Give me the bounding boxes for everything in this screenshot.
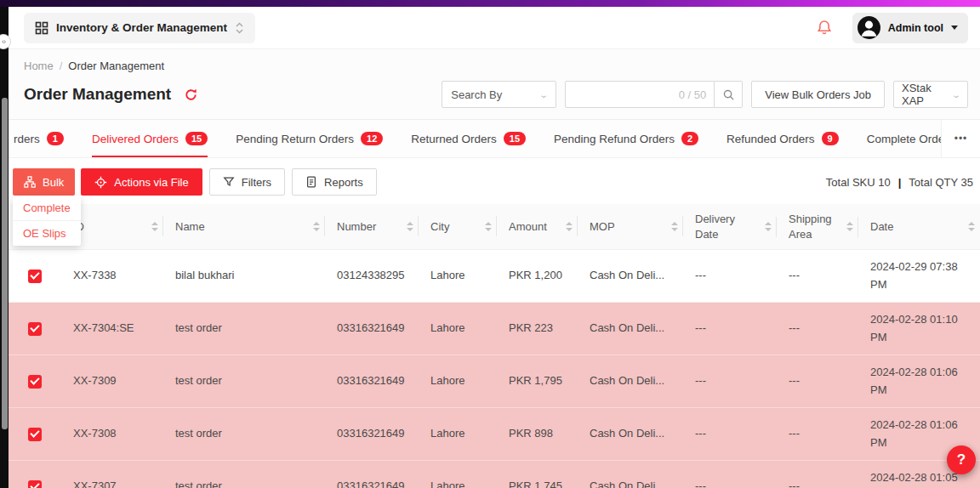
row-checkbox[interactable]	[28, 480, 42, 488]
cell-id: XX-7307	[61, 470, 163, 488]
app-header: Inventory & Order Management	[9, 7, 980, 49]
sort-icon[interactable]	[407, 222, 413, 231]
sort-icon[interactable]	[313, 222, 320, 231]
tab-pending-refund-orders[interactable]: Pending Refund Orders2	[554, 120, 698, 157]
table-row: XX-7338bilal bukhari03124338295LahorePKR…	[9, 250, 980, 303]
sort-icon[interactable]	[485, 222, 492, 231]
sort-icon[interactable]	[846, 222, 853, 231]
collapsed-sidebar-rail[interactable]	[0, 7, 9, 488]
tab-complete-orders[interactable]: Complete Orders31	[867, 120, 941, 157]
app-switcher-button[interactable]: Inventory & Order Management	[24, 13, 255, 43]
column-header-shipping-area[interactable]: Shipping Area	[777, 205, 858, 248]
sort-icon[interactable]	[566, 222, 573, 231]
sort-icon[interactable]	[671, 222, 678, 231]
breadcrumb-current: Order Management	[68, 60, 164, 72]
user-menu-button[interactable]: Admin tool	[852, 13, 968, 43]
user-label: Admin tool	[888, 22, 943, 34]
column-header-delivery-date[interactable]: Delivery Date	[683, 205, 777, 248]
row-checkbox[interactable]	[28, 375, 42, 389]
column-label: City	[430, 219, 481, 235]
tab-refunded-orders[interactable]: Refunded Orders9	[726, 120, 839, 157]
column-label: Delivery Date	[695, 212, 761, 241]
cell-name: test order	[163, 470, 325, 488]
bulk-button[interactable]: Bulk	[13, 168, 75, 196]
search-input[interactable]	[573, 88, 678, 101]
search-icon	[722, 88, 735, 101]
column-label: Amount	[509, 219, 561, 235]
tab-returned-orders[interactable]: Returned Orders15	[411, 120, 526, 157]
cell-mop: Cash On Deli...	[578, 365, 683, 397]
chevron-down-icon: ⌄	[951, 90, 961, 99]
totals: Total SKU 10 | Total QTY 35	[826, 176, 973, 189]
tab-label: rders	[14, 133, 40, 145]
table-row: XX-7307test order03316321649LahorePKR 1,…	[9, 461, 980, 488]
topbar-gradient	[0, 0, 980, 7]
tab-rders[interactable]: rders1	[14, 120, 64, 157]
reports-button[interactable]: Reports	[292, 168, 377, 196]
row-checkbox[interactable]	[28, 322, 42, 336]
notifications-button[interactable]	[817, 20, 832, 36]
search-by-select[interactable]: Search By ⌄	[442, 81, 556, 108]
breadcrumb-home-link[interactable]: Home	[24, 60, 54, 72]
ellipsis-icon: •••	[954, 133, 968, 145]
sort-icon[interactable]	[151, 222, 158, 231]
search-controls: Search By ⌄ 0 / 50	[442, 81, 968, 108]
cell-id: XX-7308	[61, 417, 163, 450]
cell-number: 03124338295	[325, 259, 419, 292]
refresh-icon	[184, 88, 198, 102]
column-label: MOP	[590, 219, 667, 235]
sort-icon[interactable]	[765, 222, 772, 231]
cell-mop: Cash On Deli...	[578, 470, 683, 488]
column-header-amount[interactable]: Amount	[497, 213, 578, 241]
cell-amount: PKR 1,745	[497, 470, 578, 488]
cell-number: 03316321649	[325, 312, 419, 344]
tab-delivered-orders[interactable]: Delivered Orders15	[92, 120, 208, 157]
filters-button[interactable]: Filters	[209, 168, 285, 196]
cell-delivery-date: ---	[683, 259, 777, 292]
column-header-name[interactable]: Name	[163, 213, 325, 241]
cell-id: XX-7309	[61, 365, 163, 397]
tab-label: Refunded Orders	[726, 133, 815, 145]
more-tabs-button[interactable]: •••	[941, 120, 980, 157]
sitemap-icon	[24, 176, 36, 188]
table-body: XX-7338bilal bukhari03124338295LahorePKR…	[9, 250, 980, 488]
column-header-city[interactable]: City	[419, 213, 497, 241]
cell-name: test order	[163, 365, 325, 397]
tab-count-badge: 15	[185, 132, 208, 145]
workspace-select[interactable]: XStak XAP ⌄	[893, 81, 968, 108]
view-bulk-orders-job-button[interactable]: View Bulk Orders Job	[751, 81, 885, 108]
search-button[interactable]	[715, 81, 743, 108]
column-header-mop[interactable]: MOP	[578, 213, 683, 241]
cell-amount: PKR 223	[497, 312, 578, 344]
table-header: IDNameNumberCityAmountMOPDelivery DateSh…	[9, 204, 980, 250]
sort-icon[interactable]	[968, 222, 975, 231]
row-checkbox[interactable]	[28, 428, 42, 441]
sidebar-scrollbar-thumb[interactable]	[2, 98, 8, 429]
tab-label: Complete Orders	[867, 133, 941, 145]
cell-shipping-area: ---	[777, 417, 858, 450]
tab-pending-return-orders[interactable]: Pending Return Orders12	[236, 120, 383, 157]
breadcrumb: Home / Order Management	[24, 60, 968, 72]
tab-count-badge: 2	[681, 132, 698, 145]
actions-via-file-button[interactable]: Actions via File	[81, 168, 202, 196]
cell-name: test order	[163, 417, 325, 450]
avatar	[858, 16, 880, 39]
table-row: XX-7304:SEtest order03316321649LahorePKR…	[9, 303, 980, 355]
cell-delivery-date: ---	[683, 417, 777, 450]
tab-label: Delivered Orders	[92, 133, 179, 145]
column-header-number[interactable]: Number	[325, 213, 419, 241]
cell-date: 2024-02-29 07:38 PM	[858, 251, 980, 300]
refresh-button[interactable]	[184, 88, 198, 102]
total-qty: Total QTY 35	[909, 176, 973, 189]
tabs-strip: rders1Delivered Orders15Pending Return O…	[14, 120, 941, 157]
chevron-down-icon: ⌄	[538, 90, 549, 99]
bulk-menu-item-oe-slips[interactable]: OE Slips	[13, 220, 81, 246]
row-checkbox-cell	[9, 322, 61, 336]
column-header-date[interactable]: Date	[858, 213, 980, 241]
row-checkbox[interactable]	[28, 270, 42, 283]
bulk-menu-item-complete[interactable]: Complete	[13, 196, 81, 220]
question-mark-icon: ?	[957, 451, 966, 468]
help-button[interactable]: ?	[947, 445, 976, 474]
cell-shipping-area: ---	[777, 312, 858, 344]
tab-label: Pending Return Orders	[236, 133, 354, 145]
